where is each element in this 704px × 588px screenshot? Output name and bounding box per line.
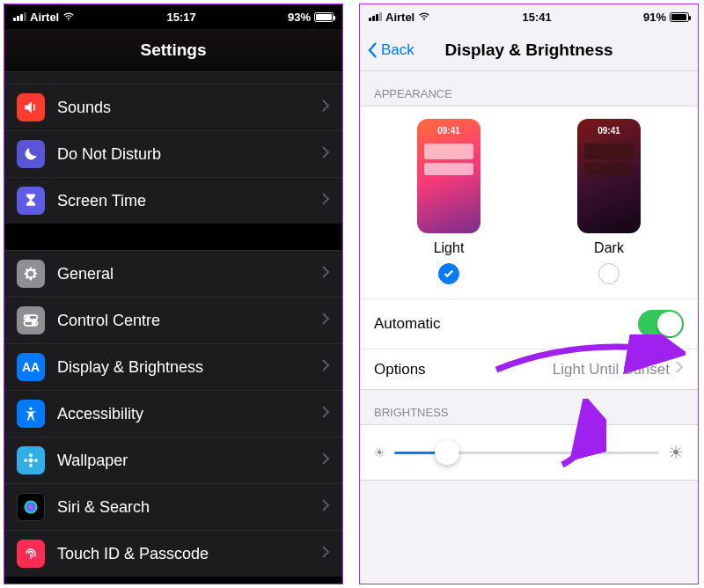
back-button[interactable]: Back	[367, 29, 414, 70]
light-theme-thumbnail: 09:41	[417, 119, 480, 233]
toggles-icon	[17, 306, 45, 334]
section-gap	[4, 224, 342, 250]
back-label: Back	[381, 41, 414, 59]
svg-point-4	[33, 322, 35, 325]
dark-label: Dark	[594, 240, 624, 256]
svg-point-7	[29, 453, 33, 457]
hourglass-icon	[17, 187, 45, 215]
gear-icon	[17, 260, 45, 288]
settings-row-accessibility[interactable]: Accessibility	[4, 390, 342, 437]
text-size-icon: AA	[17, 353, 45, 381]
chevron-right-icon	[321, 192, 330, 210]
battery-icon	[670, 12, 689, 22]
dark-theme-thumbnail: 09:41	[577, 119, 641, 233]
automatic-label: Automatic	[374, 315, 441, 333]
chevron-right-icon	[321, 358, 330, 377]
svg-point-0	[69, 20, 70, 21]
brightness-slider[interactable]	[394, 439, 659, 466]
options-value: Light Until Sunset	[553, 361, 670, 379]
fingerprint-icon	[17, 540, 45, 568]
clock: 15:41	[522, 11, 551, 24]
battery-percent: 91%	[643, 11, 666, 24]
options-row[interactable]: Options Light Until Sunset	[360, 349, 698, 389]
svg-point-11	[25, 501, 38, 514]
settings-row-wallpaper[interactable]: Wallpaper	[4, 437, 342, 483]
page-title: Settings	[141, 40, 207, 60]
settings-row-control-centre[interactable]: Control Centre	[4, 297, 342, 343]
carrier-label: Airtel	[385, 11, 414, 24]
appearance-header: APPEARANCE	[360, 71, 698, 106]
svg-point-5	[29, 408, 32, 410]
settings-row-touchid[interactable]: Touch ID & Passcode	[4, 530, 342, 577]
chevron-right-icon	[321, 145, 330, 164]
clock: 15:17	[166, 11, 195, 24]
chevron-right-icon	[321, 99, 330, 117]
status-bar: Airtel 15:17 93%	[4, 4, 342, 29]
row-label: Touch ID & Passcode	[57, 545, 209, 563]
flower-icon	[17, 446, 45, 474]
sun-max-icon: ☀︎	[668, 442, 684, 463]
appearance-group: 09:41 Light 09:41 Dark Automatic	[360, 106, 698, 390]
chevron-right-icon	[321, 265, 330, 283]
sun-min-icon: ☀︎	[374, 445, 385, 459]
row-label: General	[57, 265, 114, 283]
settings-row-screentime[interactable]: Screen Time	[4, 177, 342, 224]
display-brightness-screen: Airtel 15:41 91% Back Display & Brightne…	[359, 4, 699, 584]
brightness-group: ☀︎ ☀︎	[360, 424, 698, 481]
row-label: Do Not Disturb	[57, 145, 161, 164]
appearance-option-dark[interactable]: 09:41 Dark	[577, 119, 641, 284]
siri-icon	[17, 493, 45, 521]
row-label: Screen Time	[57, 192, 146, 210]
settings-row-siri[interactable]: Siri & Search	[4, 483, 342, 530]
light-label: Light	[434, 240, 465, 256]
chevron-right-icon	[321, 405, 330, 423]
automatic-row: Automatic	[360, 298, 698, 349]
row-label: Siri & Search	[57, 498, 150, 517]
row-label: Sounds	[57, 99, 111, 117]
cell-signal-icon	[13, 12, 26, 21]
settings-list: Sounds Do Not Disturb Screen Time Genera…	[4, 71, 342, 577]
moon-icon	[17, 140, 45, 168]
svg-point-6	[29, 459, 33, 463]
settings-row-display-brightness[interactable]: AA Display & Brightness	[4, 343, 342, 390]
row-label: Display & Brightness	[57, 358, 203, 377]
brightness-slider-row: ☀︎ ☀︎	[360, 425, 698, 480]
chevron-right-icon	[321, 312, 330, 330]
dark-radio[interactable]	[598, 263, 620, 284]
automatic-toggle[interactable]	[638, 310, 684, 338]
battery-icon	[314, 12, 334, 22]
svg-point-10	[34, 459, 38, 462]
chevron-right-icon	[675, 360, 684, 379]
row-label: Wallpaper	[57, 452, 128, 470]
svg-point-12	[424, 20, 425, 21]
status-bar: Airtel 15:41 91%	[360, 4, 698, 29]
row-partial-top[interactable]	[4, 71, 342, 84]
sounds-icon	[17, 93, 45, 121]
chevron-right-icon	[321, 498, 330, 517]
wifi-icon	[62, 11, 75, 23]
accessibility-icon	[17, 400, 45, 428]
light-radio-selected[interactable]	[438, 263, 459, 284]
options-label: Options	[374, 361, 426, 379]
settings-row-general[interactable]: General	[4, 250, 342, 297]
svg-point-8	[29, 464, 33, 467]
chevron-right-icon	[321, 545, 330, 563]
svg-point-9	[24, 459, 27, 462]
cell-signal-icon	[369, 12, 382, 21]
chevron-right-icon	[321, 452, 330, 470]
svg-point-2	[26, 316, 29, 319]
page-title: Display & Brightness	[444, 40, 612, 60]
row-label: Accessibility	[57, 405, 143, 423]
settings-screen-dark: Airtel 15:17 93% Settings Sounds Do Not …	[4, 4, 343, 584]
nav-header: Back Display & Brightness	[360, 29, 698, 71]
row-label: Control Centre	[57, 312, 160, 330]
appearance-option-light[interactable]: 09:41 Light	[417, 119, 480, 284]
brightness-header: BRIGHTNESS	[360, 390, 698, 424]
battery-percent: 93%	[288, 11, 311, 24]
appearance-options: 09:41 Light 09:41 Dark	[360, 107, 698, 298]
settings-row-dnd[interactable]: Do Not Disturb	[4, 130, 342, 177]
nav-header: Settings	[4, 29, 342, 71]
wifi-icon	[418, 11, 430, 23]
settings-row-sounds[interactable]: Sounds	[4, 84, 342, 130]
carrier-label: Airtel	[30, 11, 59, 24]
